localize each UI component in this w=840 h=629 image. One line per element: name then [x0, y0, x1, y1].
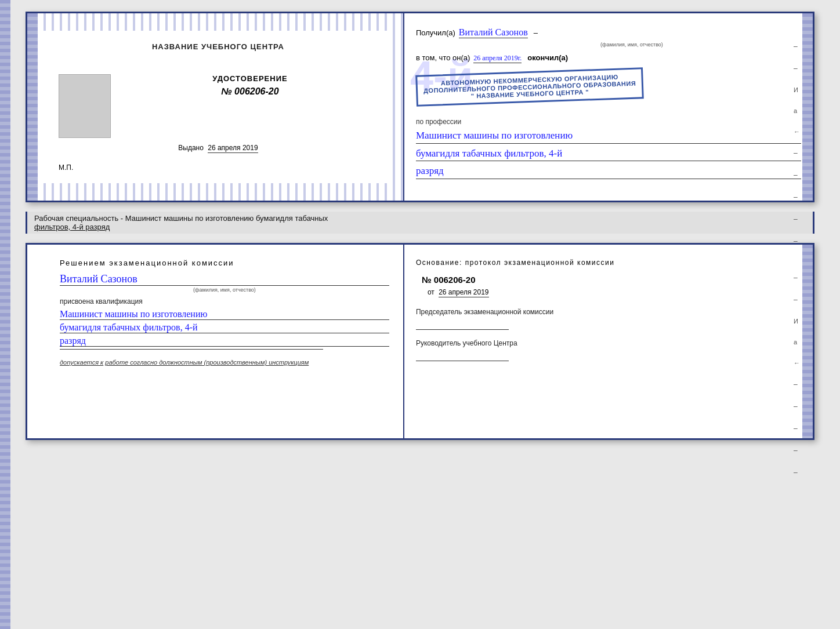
profession-line-2: бумагидля табачных фильтров, 4-й — [416, 146, 801, 162]
booklet-left-page: НАЗВАНИЕ УЧЕБНОГО ЦЕНТРА УДОСТОВЕРЕНИЕ №… — [27, 13, 404, 201]
ot-label: от — [428, 288, 435, 296]
side-mark-dash3: – — [794, 149, 800, 157]
bsm-dash3: – — [794, 380, 800, 388]
profession-line-3: разряд — [416, 163, 801, 179]
school-name-title: НАЗВАНИЕ УЧЕБНОГО ЦЕНТРА — [152, 42, 284, 51]
rukovoditel-signature-line — [416, 350, 509, 361]
bottom-right-spine — [802, 245, 813, 438]
mp-stamp: М.П. — [59, 163, 73, 172]
separator-line — [60, 349, 323, 350]
poluchil-line: Получил(а) Виталий Сазонов – — [416, 27, 801, 38]
bsm-dash7: – — [794, 468, 800, 477]
certificate-block: УДОСТОВЕРЕНИЕ № 006206-20 — [122, 74, 378, 120]
vydano-date: 26 апреля 2019 — [208, 144, 258, 153]
left-inner-content: НАЗВАНИЕ УЧЕБНОГО ЦЕНТРА УДОСТОВЕРЕНИЕ №… — [41, 31, 389, 183]
predsedatel-label: Председатель экзаменационной комиссии — [416, 308, 801, 316]
ot-date-line: от 26 апреля 2019 — [428, 288, 801, 296]
rukovoditel-label: Руководитель учебного Центра — [416, 339, 801, 347]
protocol-number: № 006206-20 — [422, 275, 801, 285]
bottom-booklet-right: Основание: протокол экзаменационной коми… — [404, 245, 813, 438]
poluchil-name: Виталий Сазонов — [459, 27, 528, 38]
left-spine-decoration — [27, 13, 38, 201]
bsm-И: И — [794, 318, 800, 325]
bottom-profession-3: разряд — [60, 336, 389, 347]
bottom-side-marks: – – И а ← – – – – – — [794, 274, 800, 477]
bsm-dash5: – — [794, 424, 800, 432]
bsm-а: а — [794, 339, 800, 346]
date-handwritten: 26 апреля 2019г. — [473, 54, 522, 63]
photo-area — [59, 74, 111, 138]
bsm-dash2: – — [794, 296, 800, 304]
profession-line-1: Машинист машины по изготовлению — [416, 128, 801, 144]
dopuskaetsya-value: работе согласно должностным (производств… — [105, 359, 309, 366]
po-professii-label: по профессии — [416, 118, 801, 126]
v-tom-chto-line: в том, что он(а) 26 апреля 2019г. окончи… — [416, 53, 801, 63]
booklet-right-page: Получил(а) Виталий Сазонов – (фамилия, и… — [404, 13, 813, 201]
stamp-area: 4-й АВТОНОМНУЮ НЕКОММЕРЧЕСКУЮ ОРГАНИЗАЦИ… — [416, 67, 801, 107]
bottom-profession-1: Машинист машины по изготовлению — [60, 309, 389, 320]
bottom-label-text1: Рабочая специальность - Машинист машины … — [34, 214, 806, 223]
dopuskaetsya-prefix: допускается к — [60, 359, 103, 366]
side-mark-dash6: – — [794, 215, 800, 223]
prisvoena-label: присвоена квалификация — [60, 297, 389, 306]
vydano-label: Выдано — [178, 144, 204, 152]
certificate-title: УДОСТОВЕРЕНИЕ — [212, 74, 287, 83]
side-mark-dash5: – — [794, 193, 800, 201]
poluchil-prefix: Получил(а) — [416, 28, 455, 37]
fio-subtitle-top: (фамилия, имя, отчество) — [462, 42, 801, 48]
side-mark-dash2: – — [794, 64, 800, 72]
poluchil-dash: – — [534, 28, 538, 37]
side-mark-а: а — [794, 107, 800, 114]
bsm-dash1: – — [794, 274, 800, 282]
resheniem-title: Решением экзаменационной комиссии — [60, 259, 389, 267]
bottom-left-spine — [0, 0, 10, 629]
bottom-label-text2: фильтров, 4-й разряд — [34, 223, 806, 231]
side-mark-dash7: – — [794, 237, 800, 245]
bsm-dash6: – — [794, 446, 800, 455]
bottom-name-field: Виталий Сазонов — [60, 273, 389, 286]
side-mark-dash4: – — [794, 171, 800, 179]
left-middle-section: УДОСТОВЕРЕНИЕ № 006206-20 — [59, 74, 378, 138]
certificate-number: № 006206-20 — [221, 86, 278, 97]
predsedatel-signature-line — [416, 318, 509, 330]
bottom-booklet: Решением экзаменационной комиссии Витали… — [26, 243, 814, 440]
ot-date-value: 26 апреля 2019 — [439, 288, 488, 297]
bsm-arrow: ← — [794, 359, 800, 366]
bottom-label-strip: Рабочая специальность - Машинист машины … — [26, 212, 814, 234]
vydano-line: Выдано 26 апреля 2019 — [178, 144, 258, 152]
osnovanie-label: Основание: протокол экзаменационной коми… — [416, 259, 801, 267]
bottom-profession-2: бумагидля табачных фильтров, 4-й — [60, 322, 389, 333]
side-marks: – – И а ← – – – – – — [794, 42, 800, 245]
side-mark-dash1: – — [794, 42, 800, 50]
bsm-dash4: – — [794, 402, 800, 410]
side-mark-arrow: ← — [794, 128, 800, 135]
bottom-booklet-left: Решением экзаменационной комиссии Витали… — [27, 245, 404, 438]
bottom-left-content: Решением экзаменационной комиссии Витали… — [48, 259, 389, 366]
top-booklet: НАЗВАНИЕ УЧЕБНОГО ЦЕНТРА УДОСТОВЕРЕНИЕ №… — [26, 12, 814, 202]
bottom-fio-subtitle: (фамилия, имя, отчество) — [60, 287, 389, 293]
dopuskaetsya-text: допускается к работе согласно должностны… — [60, 359, 389, 366]
okonchil-text: окончил(а) — [527, 53, 568, 62]
right-spine-decoration — [802, 13, 813, 201]
side-mark-И: И — [794, 86, 800, 93]
